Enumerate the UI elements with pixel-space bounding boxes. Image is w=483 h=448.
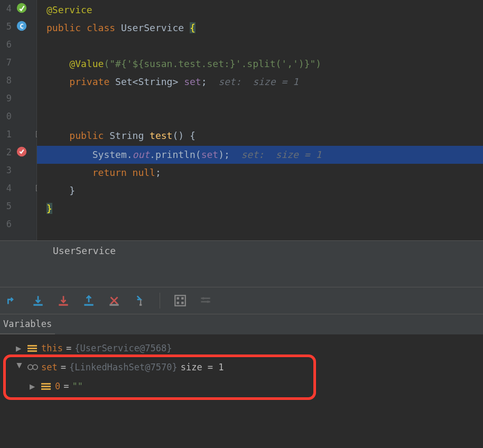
line-number: 2	[2, 147, 12, 157]
svg-rect-16	[27, 345, 37, 347]
toolbar-separator	[160, 293, 160, 309]
svg-point-19	[28, 365, 33, 369]
svg-rect-18	[27, 350, 37, 352]
variable-size: size = 1	[181, 362, 224, 372]
class-name: UserService	[121, 22, 184, 33]
annotation: @Service	[47, 4, 92, 15]
svg-rect-11	[181, 297, 183, 300]
class-ref: System	[92, 149, 127, 160]
equals: =	[61, 362, 66, 372]
svg-rect-10	[177, 297, 179, 300]
equals: =	[63, 381, 69, 391]
line-number: 3	[2, 165, 12, 175]
svg-rect-8	[140, 304, 142, 306]
method-name: test	[150, 130, 172, 141]
variable-type: {UserService@7568}	[75, 343, 172, 353]
variable-type: {LinkedHashSet@7570}	[69, 362, 178, 372]
line-number: 4	[2, 3, 12, 14]
variable-row-this[interactable]: ▶ this = {UserService@7568}	[0, 339, 483, 358]
field: set	[184, 76, 201, 87]
static-field: out	[133, 149, 150, 160]
svg-rect-23	[41, 388, 51, 390]
breadcrumb-item[interactable]: UserService	[53, 245, 116, 256]
svg-rect-13	[181, 302, 183, 304]
keyword: class	[87, 22, 115, 33]
run-to-cursor-icon[interactable]	[132, 293, 147, 308]
method-call: println	[155, 149, 196, 160]
svg-rect-22	[41, 386, 51, 387]
keyword: private	[69, 76, 109, 87]
keyword: return	[92, 167, 127, 178]
gutter: 4 5 6 7 8 9 0 1 2 3 4 5 6 C	[0, 0, 37, 240]
svg-rect-21	[41, 383, 51, 385]
force-step-into-icon[interactable]	[56, 293, 71, 308]
svg-rect-7	[109, 304, 118, 306]
svg-rect-9	[175, 295, 185, 306]
variable-row-element[interactable]: ▶ 0 = ""	[0, 377, 483, 396]
variable-name: set	[41, 362, 58, 372]
svg-rect-4	[33, 304, 42, 306]
spring-bean-icon[interactable]	[16, 2, 29, 15]
dot: .	[127, 149, 133, 160]
brace: {	[190, 130, 196, 141]
step-into-icon[interactable]	[31, 293, 45, 308]
line-number: 0	[2, 111, 12, 122]
brace: }	[47, 203, 52, 214]
expand-arrow-icon[interactable]: ▶	[30, 381, 38, 391]
semi: ;	[155, 167, 161, 178]
svg-text:C: C	[20, 22, 24, 30]
parens: ()	[172, 130, 184, 141]
variable-name: 0	[55, 381, 60, 391]
svg-rect-12	[177, 302, 179, 304]
inlay-hint: set: size = 1	[218, 76, 299, 87]
watch-icon	[27, 363, 38, 371]
line-number: 8	[2, 75, 12, 86]
field: set	[201, 149, 219, 160]
object-icon	[41, 382, 52, 390]
keyword: public	[69, 130, 104, 141]
breakpoint-icon[interactable]	[16, 146, 29, 158]
line-number: 9	[2, 93, 12, 104]
type: String	[109, 130, 144, 141]
equals: =	[66, 343, 71, 353]
panel-divider[interactable]	[0, 262, 483, 287]
semi: ;	[201, 76, 207, 87]
svg-rect-5	[59, 304, 68, 306]
variables-tab[interactable]: Variables	[0, 314, 55, 334]
breadcrumb[interactable]: UserService	[0, 240, 483, 262]
string-literal: ("#{'${susan.test.set:}'.split(',')}")	[104, 58, 321, 69]
object-icon	[27, 344, 38, 352]
svg-rect-6	[84, 304, 93, 306]
svg-point-14	[202, 297, 205, 300]
line-number: 5	[2, 201, 12, 211]
variable-row-set[interactable]: ▶ set = {LinkedHashSet@7570} size = 1	[0, 358, 483, 377]
drop-frame-icon[interactable]	[107, 293, 122, 308]
line-number: 6	[2, 39, 12, 50]
svg-point-15	[207, 301, 209, 303]
line-number: 7	[2, 57, 12, 68]
class-icon[interactable]: C	[16, 20, 29, 33]
type: Set<String>	[115, 76, 178, 87]
debug-toolbar	[0, 287, 483, 314]
evaluate-expression-icon[interactable]	[173, 293, 188, 308]
variable-value: ""	[72, 381, 83, 391]
variables-panel: ▶ this = {UserService@7568} ▶ set = {Lin…	[0, 334, 483, 448]
keyword: null	[133, 167, 155, 178]
variable-name: this	[41, 343, 63, 353]
line-number: 1	[2, 129, 12, 139]
code-editor[interactable]: @Service public class UserService { @Val…	[37, 0, 483, 240]
paren: (	[196, 149, 201, 160]
brace: }	[69, 185, 75, 196]
line-number: 5	[2, 21, 12, 32]
paren: );	[218, 149, 230, 160]
svg-point-20	[33, 365, 38, 369]
svg-rect-17	[27, 348, 37, 349]
expand-arrow-icon[interactable]: ▶	[16, 343, 24, 353]
trace-icon[interactable]	[198, 293, 213, 308]
step-over-icon[interactable]	[5, 293, 20, 308]
brace: {	[190, 22, 196, 33]
line-number: 6	[2, 219, 12, 229]
svg-point-0	[17, 3, 26, 13]
collapse-arrow-icon[interactable]: ▶	[15, 363, 25, 371]
step-out-icon[interactable]	[81, 293, 96, 308]
